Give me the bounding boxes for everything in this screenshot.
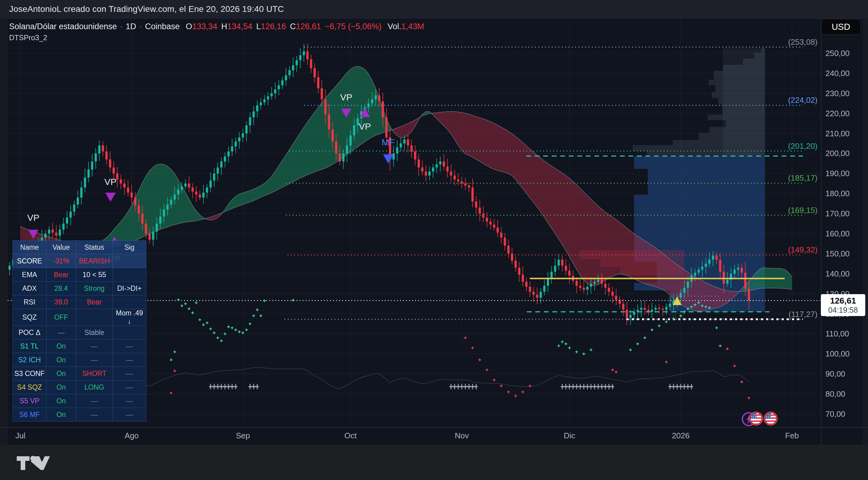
indicator-row-s2-ich: S2 ICHOn——	[13, 353, 146, 367]
flag-icons[interactable]	[739, 410, 782, 430]
last-price-value: 126,61	[830, 296, 856, 305]
table-cell: —	[113, 408, 146, 422]
price-tick-label: 80,00	[826, 389, 845, 398]
last-price-badge[interactable]: 126,61 04:19:58	[821, 294, 865, 316]
svg-text:VP: VP	[359, 121, 371, 131]
table-cell	[113, 254, 146, 268]
sqz-watermark: SQZ	[669, 311, 685, 320]
close-value: 126,61	[296, 22, 321, 31]
table-cell	[76, 309, 113, 326]
col-header-name: Name	[13, 241, 46, 254]
time-tick-label: Oct	[344, 431, 357, 440]
time-tick-label: Jul	[15, 431, 25, 440]
symbol-title[interactable]: Solana/Dólar estadounidense	[9, 22, 117, 31]
price-tick-label: 100,00	[826, 349, 850, 358]
table-cell: —	[113, 381, 146, 394]
table-cell: 39.0	[46, 295, 76, 309]
us-flag-icon[interactable]	[749, 412, 763, 425]
svg-text:SQZ: SQZ	[669, 311, 685, 320]
indicator-name-label[interactable]: DTSPro3_2	[9, 33, 47, 42]
price-tick-label: 230,00	[826, 89, 850, 98]
table-cell: —	[76, 339, 113, 353]
svg-text:VP: VP	[27, 213, 39, 223]
table-cell: —	[76, 408, 113, 422]
table-cell: —	[113, 394, 146, 408]
table-cell: LONG	[76, 381, 113, 394]
table-header-row: Name Value Status Sig	[13, 241, 146, 254]
price-tick-label: 220,00	[826, 109, 850, 118]
svg-text:MF: MF	[382, 137, 395, 147]
col-header-status: Status	[76, 241, 113, 254]
interval-label[interactable]: 1D	[126, 22, 136, 31]
price-tick-label: 200,00	[826, 149, 850, 158]
time-tick-label: 2026	[672, 431, 689, 440]
table-cell: —	[76, 353, 113, 367]
price-tick-label: 140,00	[826, 269, 850, 278]
indicator-row-sqz: SQZOFFMom .49 ↓	[13, 309, 146, 326]
col-header-value: Value	[46, 241, 76, 254]
table-cell: EMA	[13, 268, 46, 282]
table-cell: BEARISH	[76, 254, 113, 268]
tradingview-published-chart: { "top_bar": { "attribution": "JoseAnton…	[0, 0, 868, 480]
low-value: 126,16	[261, 22, 286, 31]
table-cell: —	[113, 367, 146, 381]
price-tick-label: 170,00	[826, 209, 850, 218]
indicator-row-ema: EMABear10 < 55	[13, 268, 146, 282]
table-cell: —	[113, 339, 146, 353]
price-tick-label: 240,00	[826, 69, 850, 78]
separator-dot: ·	[120, 22, 123, 31]
level-price-label: (185,17)	[788, 173, 817, 182]
tradingview-logo-icon[interactable]	[0, 445, 122, 480]
time-tick-label: Sep	[236, 431, 250, 440]
table-cell: SHORT	[76, 367, 113, 381]
time-tick-label: Dic	[564, 431, 576, 440]
price-tick-label: 70,00	[826, 410, 845, 419]
price-tick-label: 160,00	[826, 229, 850, 238]
table-cell	[113, 295, 146, 309]
table-cell: On	[46, 367, 76, 381]
exchange-label: Coinbase	[145, 22, 180, 31]
table-cell: S1 TL	[13, 339, 46, 353]
indicator-row-score: SCORE-31%BEARISH	[13, 254, 146, 268]
indicator-row-s4-sqz: S4 SQZOnLONG—	[13, 381, 146, 394]
table-cell: On	[46, 381, 76, 394]
table-cell: ADX	[13, 282, 46, 295]
table-cell: On	[46, 394, 76, 408]
table-cell: —	[46, 326, 76, 339]
table-cell	[113, 326, 146, 339]
table-cell: On	[46, 339, 76, 353]
indicator-row-s6-mf: S6 MFOn——	[13, 408, 146, 422]
table-cell: 10 < 55	[76, 268, 113, 282]
table-cell: S3 CONF	[13, 367, 46, 381]
symbol-info-bar[interactable]: Solana/Dólar estadounidense · 1D · Coinb…	[9, 22, 424, 32]
level-price-label: (149,32)	[788, 245, 817, 254]
attribution-text: JoseAntonioL creado con TradingView.com,…	[9, 4, 284, 14]
price-tick-label: 190,00	[826, 169, 850, 178]
level-price-label: (169,15)	[788, 206, 817, 215]
table-cell: Stable	[76, 326, 113, 339]
time-tick-label: Nov	[455, 431, 469, 440]
table-cell: -31%	[46, 254, 76, 268]
price-tick-label: 110,00	[826, 329, 849, 338]
volume-label: Vol.	[388, 22, 401, 31]
level-price-label: (201,20)	[788, 142, 817, 151]
candle-countdown: 04:19:58	[828, 306, 858, 314]
table-cell: SQZ	[13, 309, 46, 326]
table-cell: Mom .49 ↓	[113, 309, 146, 326]
currency-usd-button[interactable]: USD	[821, 19, 861, 35]
indicator-row-s5-vp: S5 VPOn——	[13, 394, 146, 408]
high-value: 134,54	[227, 22, 252, 31]
attribution-bar: JoseAntonioL creado con TradingView.com,…	[0, 0, 868, 19]
table-cell: S2 ICH	[13, 353, 46, 367]
table-cell: 28.4	[46, 282, 76, 295]
change-value: −6,75 (−5,06%)	[325, 22, 381, 31]
indicator-row-s3-conf: S3 CONFOnSHORT—	[13, 367, 146, 381]
price-tick-label: 150,00	[826, 249, 850, 258]
col-header-sig: Sig	[113, 241, 146, 254]
high-label: H	[221, 22, 227, 31]
table-cell: —	[113, 353, 146, 367]
table-cell: On	[46, 408, 76, 422]
table-cell: Bear	[46, 268, 76, 282]
us-flag-icon[interactable]	[764, 412, 778, 425]
svg-text:VP: VP	[340, 92, 352, 102]
